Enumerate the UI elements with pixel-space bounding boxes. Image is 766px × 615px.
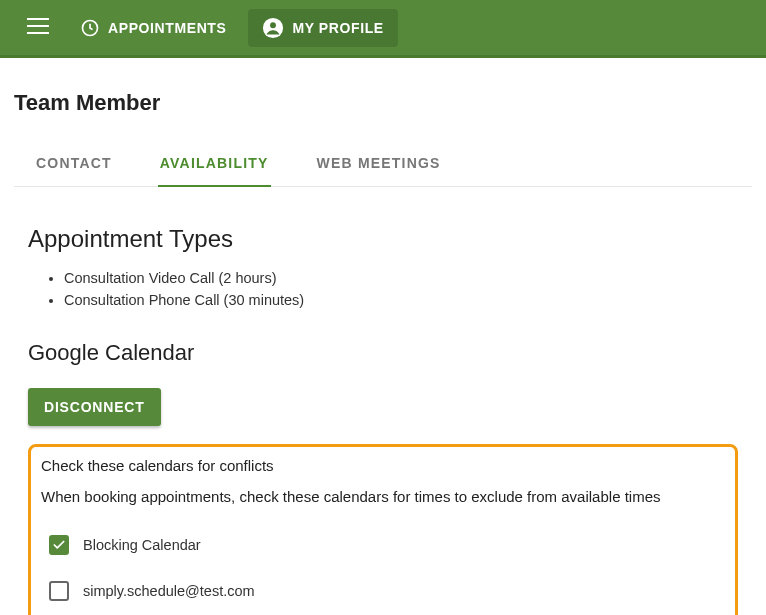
calendar-label: Blocking Calendar	[83, 537, 201, 553]
tab-contact[interactable]: CONTACT	[34, 145, 114, 187]
calendar-checkbox-blocking[interactable]	[49, 535, 69, 555]
calendar-checkbox-account[interactable]	[49, 581, 69, 601]
tabs: CONTACT AVAILABILITY WEB MEETINGS	[14, 144, 752, 187]
list-item: Consultation Video Call (2 hours)	[64, 267, 738, 289]
calendar-row: Blocking Calendar	[41, 529, 725, 561]
person-circle-icon	[262, 17, 284, 39]
disconnect-button[interactable]: DISCONNECT	[28, 388, 161, 426]
nav-my-profile[interactable]: MY PROFILE	[248, 9, 397, 47]
google-calendar-heading: Google Calendar	[28, 340, 738, 366]
conflicts-callout: Check these calendars for conflicts When…	[28, 444, 738, 615]
page-body: Team Member CONTACT AVAILABILITY WEB MEE…	[0, 58, 766, 615]
calendar-label: simply.schedule@test.com	[83, 583, 255, 599]
svg-point-2	[271, 22, 277, 28]
content: Appointment Types Consultation Video Cal…	[14, 225, 752, 615]
appointment-types-heading: Appointment Types	[28, 225, 738, 253]
tab-web-meetings[interactable]: WEB MEETINGS	[315, 145, 443, 187]
nav-appointments[interactable]: APPOINTMENTS	[66, 10, 240, 46]
conflicts-title: Check these calendars for conflicts	[41, 457, 725, 474]
tab-availability[interactable]: AVAILABILITY	[158, 145, 271, 187]
calendar-row: simply.schedule@test.com	[41, 575, 725, 607]
menu-button[interactable]	[18, 8, 58, 48]
page-title: Team Member	[14, 90, 752, 116]
hamburger-icon	[27, 18, 49, 38]
nav-appointments-label: APPOINTMENTS	[108, 20, 226, 36]
clock-icon	[80, 18, 100, 38]
topbar: APPOINTMENTS MY PROFILE	[0, 0, 766, 58]
list-item: Consultation Phone Call (30 minutes)	[64, 289, 738, 311]
nav-my-profile-label: MY PROFILE	[292, 20, 383, 36]
conflicts-description: When booking appointments, check these c…	[41, 488, 725, 505]
appointment-types-list: Consultation Video Call (2 hours) Consul…	[28, 267, 738, 312]
